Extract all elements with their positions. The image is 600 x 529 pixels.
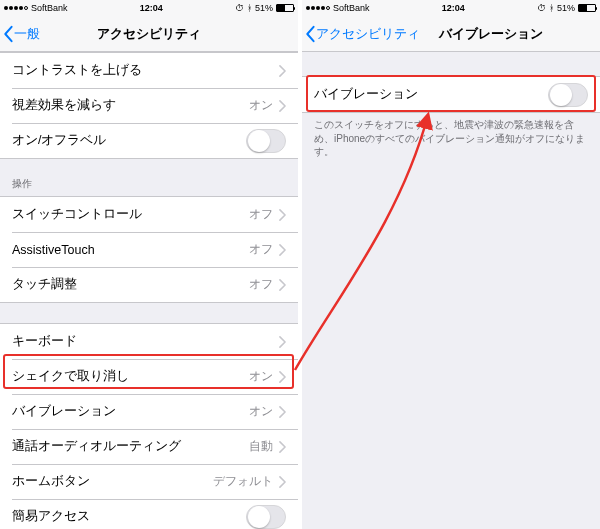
chevron-right-icon <box>279 209 286 221</box>
row-touch-accommodations[interactable]: タッチ調整 オフ <box>0 267 298 302</box>
row-value: デフォルト <box>213 473 273 490</box>
row-label: 通話オーディオルーティング <box>12 438 249 455</box>
row-label: スイッチコントロール <box>12 206 249 223</box>
row-reduce-motion[interactable]: 視差効果を減らす オン <box>0 88 298 123</box>
settings-list[interactable]: バイブレーション このスイッチをオフにすると、地震や津波の緊急速報を含め、iPh… <box>302 52 600 529</box>
carrier-label: SoftBank <box>31 3 68 13</box>
signal-dots <box>4 6 28 10</box>
row-value: オン <box>249 368 273 385</box>
bluetooth-icon: ᚼ <box>549 3 554 13</box>
row-switch-control[interactable]: スイッチコントロール オフ <box>0 197 298 232</box>
battery-icon <box>578 4 596 12</box>
carrier-label: SoftBank <box>333 3 370 13</box>
row-vibration[interactable]: バイブレーション オン <box>0 394 298 429</box>
chevron-right-icon <box>279 371 286 383</box>
row-label: バイブレーション <box>314 86 548 103</box>
nav-back-button[interactable]: 一般 <box>0 25 44 43</box>
row-keyboard[interactable]: キーボード <box>0 324 298 359</box>
row-shake-to-undo[interactable]: シェイクで取り消し オン <box>0 359 298 394</box>
row-label: オン/オフラベル <box>12 132 246 149</box>
alarm-icon: ⏱ <box>537 3 546 13</box>
row-label: バイブレーション <box>12 403 249 420</box>
row-home-button[interactable]: ホームボタン デフォルト <box>0 464 298 499</box>
row-value: オフ <box>249 276 273 293</box>
chevron-left-icon <box>2 25 14 43</box>
settings-list[interactable]: コントラストを上げる 視差効果を減らす オン オン/オフラベル 操作 スイッチコ… <box>0 52 298 529</box>
row-value: オン <box>249 97 273 114</box>
row-reachability[interactable]: 簡易アクセス <box>0 499 298 529</box>
status-bar: SoftBank 12:04 ⏱ ᚼ 51% <box>0 0 298 16</box>
row-value: 自動 <box>249 438 273 455</box>
status-bar: SoftBank 12:04 ⏱ ᚼ 51% <box>302 0 600 16</box>
nav-back-label: 一般 <box>14 25 40 43</box>
chevron-right-icon <box>279 279 286 291</box>
phone-right: SoftBank 12:04 ⏱ ᚼ 51% アクセシビリティ バイブレーション… <box>302 0 600 529</box>
row-label: AssistiveTouch <box>12 243 249 257</box>
row-value: オフ <box>249 206 273 223</box>
group-footer-vibration: このスイッチをオフにすると、地震や津波の緊急速報を含め、iPhoneのすべてのバ… <box>302 113 600 173</box>
bluetooth-icon: ᚼ <box>247 3 252 13</box>
row-label: 簡易アクセス <box>12 508 246 525</box>
battery-percent: 51% <box>255 3 273 13</box>
chevron-right-icon <box>279 441 286 453</box>
status-time: 12:04 <box>140 3 163 13</box>
reachability-switch[interactable] <box>246 505 286 529</box>
nav-back-label: アクセシビリティ <box>316 25 420 43</box>
row-label: シェイクで取り消し <box>12 368 249 385</box>
row-on-off-labels[interactable]: オン/オフラベル <box>0 123 298 158</box>
row-label: コントラストを上げる <box>12 62 273 79</box>
row-call-audio-routing[interactable]: 通話オーディオルーティング 自動 <box>0 429 298 464</box>
row-label: タッチ調整 <box>12 276 249 293</box>
chevron-right-icon <box>279 65 286 77</box>
chevron-right-icon <box>279 336 286 348</box>
row-assistive-touch[interactable]: AssistiveTouch オフ <box>0 232 298 267</box>
signal-dots <box>306 6 330 10</box>
chevron-right-icon <box>279 406 286 418</box>
nav-bar: アクセシビリティ バイブレーション <box>302 16 600 52</box>
group-interaction: スイッチコントロール オフ AssistiveTouch オフ タッチ調整 オフ <box>0 196 298 303</box>
row-vibration-toggle[interactable]: バイブレーション <box>302 77 600 112</box>
group-vision: コントラストを上げる 視差効果を減らす オン オン/オフラベル <box>0 52 298 159</box>
group-vibration: バイブレーション <box>302 76 600 113</box>
nav-bar: 一般 アクセシビリティ <box>0 16 298 52</box>
row-value: オン <box>249 403 273 420</box>
row-value: オフ <box>249 241 273 258</box>
phone-left: SoftBank 12:04 ⏱ ᚼ 51% 一般 アクセシビリティ コントラス… <box>0 0 298 529</box>
group-general: キーボード シェイクで取り消し オン バイブレーション オン 通話オーディオルー… <box>0 323 298 529</box>
chevron-right-icon <box>279 476 286 488</box>
on-off-labels-switch[interactable] <box>246 129 286 153</box>
battery-percent: 51% <box>557 3 575 13</box>
nav-back-button[interactable]: アクセシビリティ <box>302 25 424 43</box>
status-time: 12:04 <box>442 3 465 13</box>
chevron-right-icon <box>279 244 286 256</box>
vibration-switch[interactable] <box>548 83 588 107</box>
alarm-icon: ⏱ <box>235 3 244 13</box>
nav-title: アクセシビリティ <box>0 25 298 43</box>
row-increase-contrast[interactable]: コントラストを上げる <box>0 53 298 88</box>
row-label: ホームボタン <box>12 473 213 490</box>
group-header-interaction: 操作 <box>0 159 298 196</box>
chevron-left-icon <box>304 25 316 43</box>
row-label: キーボード <box>12 333 279 350</box>
battery-icon <box>276 4 294 12</box>
chevron-right-icon <box>279 100 286 112</box>
row-label: 視差効果を減らす <box>12 97 249 114</box>
